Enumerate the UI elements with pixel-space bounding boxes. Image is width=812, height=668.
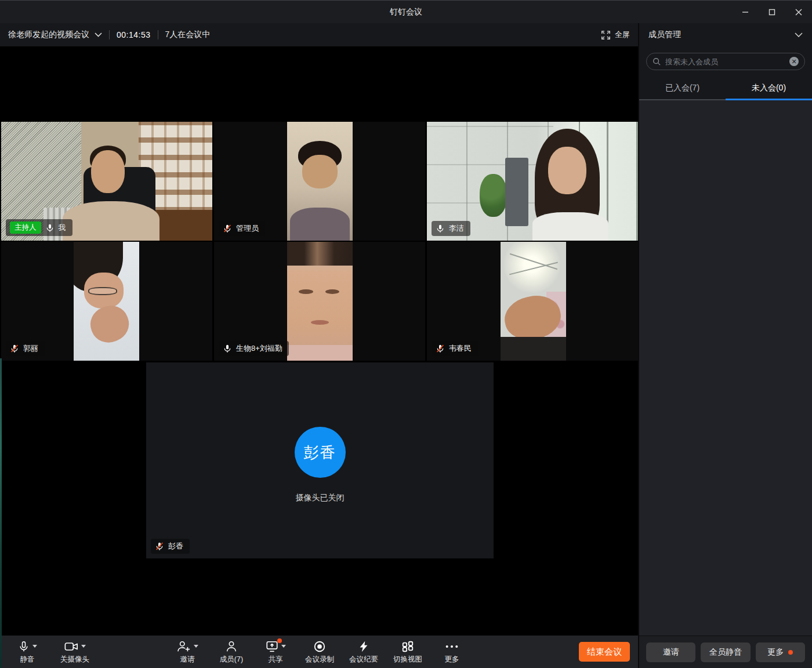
microphone-icon: [18, 640, 30, 653]
mic-muted-icon: [10, 344, 19, 353]
fullscreen-button[interactable]: 全屏: [601, 30, 630, 40]
share-screen-button[interactable]: 共享: [256, 640, 295, 665]
header-divider: [158, 30, 158, 39]
person-add-icon: [177, 640, 191, 653]
participant-label: 郭丽: [6, 341, 45, 356]
minutes-flash-icon: [357, 640, 370, 653]
more-button[interactable]: 更多: [433, 640, 471, 665]
header-divider: [109, 30, 110, 39]
clear-search-icon[interactable]: ✕: [789, 57, 799, 66]
caret-down-icon[interactable]: [281, 645, 286, 648]
mic-on-icon: [223, 344, 232, 353]
participant-label: 主持人 我: [6, 219, 72, 236]
sidebar-footer: 邀请 全员静音 更多: [639, 636, 812, 668]
tab-not-joined[interactable]: 未入会(0): [726, 78, 812, 100]
camera-off-button[interactable]: 关摄像头: [56, 640, 94, 665]
window-title: 钉钉会议: [0, 7, 812, 17]
caret-down-icon[interactable]: [32, 645, 37, 648]
collapse-chevron-icon[interactable]: [795, 32, 803, 38]
mic-muted-icon: [436, 344, 445, 353]
sidebar-title: 成员管理: [648, 30, 681, 40]
invite-button[interactable]: 邀请: [168, 640, 206, 665]
tab-joined[interactable]: 已入会(7): [639, 78, 726, 100]
mic-on-icon: [436, 224, 445, 233]
video-tile-weichunmin[interactable]: 韦春民: [427, 242, 638, 361]
member-search-box[interactable]: ✕: [646, 53, 805, 70]
record-button[interactable]: 会议录制: [300, 640, 339, 665]
meeting-title: 徐老师发起的视频会议: [8, 30, 89, 40]
close-button[interactable]: [785, 1, 812, 23]
grid-view-icon: [401, 640, 414, 653]
member-management-panel: 成员管理 ✕ 已入会(7) 未入会(0) 邀请 全员静音: [638, 23, 812, 668]
participant-name: 郭丽: [23, 343, 38, 354]
notification-dot: [788, 650, 793, 655]
caret-down-icon[interactable]: [81, 645, 86, 648]
participant-label: 管理员: [219, 221, 265, 236]
mute-button[interactable]: 静音: [8, 640, 46, 665]
maximize-icon: [768, 9, 775, 16]
caret-down-icon[interactable]: [194, 645, 198, 648]
ellipsis-icon: [445, 640, 459, 653]
meeting-title-dropdown[interactable]: 徐老师发起的视频会议: [8, 30, 102, 40]
participant-label: 韦春民: [432, 341, 478, 356]
minimize-button[interactable]: [732, 1, 759, 23]
mute-all-button[interactable]: 全员静音: [701, 642, 750, 662]
participant-name: 彭香: [168, 541, 183, 551]
participant-count-status: 7人在会议中: [165, 30, 211, 40]
window-titlebar: 钉钉会议: [0, 0, 812, 23]
screen-share-icon: [266, 640, 278, 653]
video-tile-pengxiang[interactable]: 彭香 摄像头已关闭 彭香: [146, 362, 494, 558]
participant-name: 韦春民: [449, 343, 472, 354]
sidebar-more-button[interactable]: 更多: [756, 642, 805, 662]
desktop-edge-sliver: [0, 358, 2, 668]
host-badge: 主持人: [10, 222, 41, 234]
search-icon: [652, 57, 661, 66]
video-grid: 主持人 我: [0, 46, 638, 636]
minimize-icon: [742, 9, 749, 16]
record-icon: [313, 640, 326, 653]
video-feed: [501, 242, 566, 361]
video-tile-liufuqin[interactable]: 生物8+刘福勤: [214, 242, 425, 361]
participant-name: 李洁: [449, 223, 464, 234]
sidebar-invite-button[interactable]: 邀请: [646, 642, 695, 662]
camera-off-text: 摄像头已关闭: [296, 493, 345, 503]
meeting-toolbar: 静音 关摄像头: [0, 636, 638, 668]
participant-name: 我: [59, 223, 66, 233]
video-tile-host[interactable]: 主持人 我: [1, 122, 212, 241]
chevron-down-icon: [95, 32, 102, 37]
participant-label: 李洁: [432, 221, 470, 236]
video-feed: [287, 122, 353, 241]
person-icon: [225, 640, 238, 653]
participant-name: 管理员: [236, 223, 259, 234]
participant-label: 彭香: [151, 539, 190, 554]
camera-icon: [64, 641, 78, 652]
participant-name: 生物8+刘福勤: [236, 343, 282, 354]
end-meeting-button[interactable]: 结束会议: [579, 642, 630, 662]
fullscreen-label: 全屏: [615, 30, 630, 40]
video-feed: [74, 242, 139, 361]
participant-label: 生物8+刘福勤: [219, 341, 289, 356]
mic-muted-icon: [223, 224, 232, 233]
mic-muted-icon: [155, 542, 164, 551]
close-icon: [795, 9, 802, 16]
notification-dot: [277, 638, 282, 643]
video-tile-guoli[interactable]: 郭丽: [1, 242, 212, 361]
member-list-empty: [639, 100, 812, 636]
meeting-timer: 00:14:53: [117, 30, 151, 39]
maximize-button[interactable]: [759, 1, 785, 23]
video-feed: [287, 242, 353, 361]
meeting-stage: 徐老师发起的视频会议 00:14:53 7人在会议中 全屏: [0, 23, 638, 668]
video-tile-admin[interactable]: 管理员: [214, 122, 425, 241]
video-tile-lijie[interactable]: 李洁: [427, 122, 638, 241]
members-button[interactable]: 成员(7): [212, 640, 251, 665]
meeting-header: 徐老师发起的视频会议 00:14:53 7人在会议中 全屏: [0, 23, 638, 46]
switch-view-button[interactable]: 切换视图: [389, 640, 427, 665]
fullscreen-expand-icon: [601, 31, 610, 39]
search-input[interactable]: [665, 57, 785, 66]
avatar: 彭香: [295, 427, 346, 478]
minutes-button[interactable]: 会议纪要: [345, 640, 383, 665]
mic-on-icon: [45, 223, 55, 233]
